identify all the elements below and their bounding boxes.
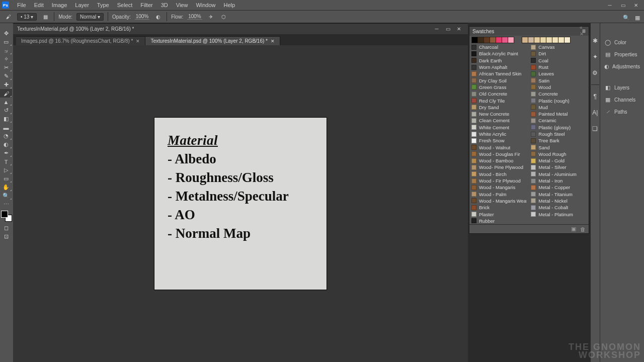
swatch-item[interactable]: Fresh Snow <box>469 137 529 144</box>
tab-close-icon[interactable]: ✕ <box>136 39 140 44</box>
panel-collapse-icon[interactable]: « <box>580 25 587 30</box>
properties-panel-tab[interactable]: ▤Properties <box>600 48 644 60</box>
brush-size-dropdown[interactable]: • 13 ▾ <box>17 13 37 21</box>
doc-minimize-button[interactable]: ─ <box>432 25 442 33</box>
fg-bg-color[interactable] <box>1 211 12 222</box>
airbrush-icon[interactable]: ✈ <box>206 12 215 21</box>
doc-close-button[interactable]: ✕ <box>454 25 464 33</box>
gradient-tool[interactable]: ▬ <box>0 123 12 132</box>
doc-restore-button[interactable]: ▭ <box>443 25 453 33</box>
swatch-item[interactable]: Metal - Gold <box>529 157 588 164</box>
swatch-item[interactable]: Sand <box>529 144 588 150</box>
swatch-item[interactable]: New Concrete <box>469 111 529 117</box>
layers-panel-tab[interactable]: ◧Layers <box>600 81 644 94</box>
swatch-item[interactable]: White Acrylic <box>469 131 529 137</box>
menu-view[interactable]: View <box>172 1 192 10</box>
move-tool[interactable]: ✥ <box>0 29 12 38</box>
swatch-item[interactable]: Red Cly Tile <box>469 97 529 104</box>
swatch-item[interactable]: Wood- Pine Plywood <box>469 164 529 170</box>
swatch-item[interactable]: Plaster <box>469 211 529 217</box>
swatch-item[interactable] <box>529 218 588 224</box>
swatch-item[interactable]: Rust <box>529 64 588 70</box>
swatch-item[interactable]: Metal - Iron <box>529 177 588 184</box>
menu-help[interactable]: Help <box>220 1 239 10</box>
quick-select-tool[interactable]: ✧ <box>0 55 12 63</box>
swatch-item[interactable]: Wood Rough <box>529 151 588 157</box>
shape-tool[interactable]: ▭ <box>0 174 12 183</box>
pressure-opacity-icon[interactable]: ◐ <box>153 12 163 21</box>
glyphs-strip-icon[interactable]: ❏ <box>591 124 600 133</box>
menu-window[interactable]: Window <box>192 1 219 10</box>
swatch-item[interactable]: Worn Asphalt <box>469 64 529 70</box>
eraser-tool[interactable]: ◧ <box>0 115 12 123</box>
swatch-item[interactable]: Metal - Cobalt <box>529 204 588 211</box>
pressure-size-icon[interactable]: ⬡ <box>219 12 228 21</box>
swatch-chip[interactable] <box>564 37 571 43</box>
path-select-tool[interactable]: ▷ <box>0 166 12 174</box>
swatch-item[interactable]: Clean Cement <box>469 117 529 124</box>
swatch-item[interactable]: African Tanned Skin <box>469 70 529 77</box>
swatch-item[interactable]: Metal - Silver <box>529 164 588 170</box>
screen-mode-icon[interactable]: ⊡ <box>0 232 12 241</box>
swatch-item[interactable]: Wood - Fir Plywood <box>469 177 529 184</box>
flow-value[interactable]: 100% <box>187 14 202 20</box>
swatch-item[interactable]: Wood - Walnut <box>469 144 529 150</box>
swatch-item[interactable]: Metal - Copper <box>529 184 588 191</box>
pen-tool[interactable]: ✒ <box>0 149 12 157</box>
swatch-item[interactable]: Rough Steel <box>529 131 588 137</box>
swatch-item[interactable]: Satin <box>529 77 588 83</box>
swatch-item[interactable]: Wood - Palm <box>469 191 529 198</box>
document-canvas[interactable]: Material - Albedo- Roughness/Gloss- Meta… <box>154 118 327 290</box>
swatch-item[interactable]: Wood - Mangaris Weathered <box>469 198 529 204</box>
swatch-item[interactable]: Wood - Mangaris <box>469 184 529 191</box>
swatch-item[interactable]: Old Concrete <box>469 90 529 97</box>
dodge-tool[interactable]: ◐ <box>0 140 12 149</box>
channels-panel-tab[interactable]: ▦Channels <box>600 94 644 106</box>
swatch-item[interactable]: Tree Bark <box>529 137 588 144</box>
opacity-value[interactable]: 100% <box>135 14 150 20</box>
swatch-item[interactable]: Rubber <box>469 218 529 224</box>
swatch-item[interactable]: Canvas <box>529 44 588 50</box>
brush-preset-icon[interactable]: 🖌 <box>4 12 13 21</box>
swatch-item[interactable]: Leaves <box>529 70 588 77</box>
adjustments-panel-tab[interactable]: ◐Adjustments <box>600 60 644 72</box>
document-tab[interactable]: TexturesInMaterial.psd @ 100% (Layer 2, … <box>145 36 280 45</box>
delete-swatch-icon[interactable]: 🗑 <box>580 226 586 232</box>
restore-button[interactable]: ▭ <box>617 1 629 9</box>
swatch-item[interactable]: Brick <box>469 204 529 211</box>
swatch-item[interactable]: Metal - Nickel <box>529 198 588 204</box>
swatch-item[interactable]: Black Acrylic Paint <box>469 50 529 57</box>
menu-filter[interactable]: Filter <box>136 1 156 10</box>
swatch-item[interactable]: Mud <box>529 104 588 111</box>
swatch-item[interactable]: Wood - Birch <box>469 171 529 177</box>
swatch-item[interactable]: Concrete <box>529 90 588 97</box>
swatch-item[interactable]: Ceramic <box>529 117 588 124</box>
swatch-item[interactable]: Wood <box>529 84 588 90</box>
clone-stamp-tool[interactable]: ▲ <box>0 98 12 106</box>
swatch-item[interactable]: Dirt <box>529 50 588 57</box>
blur-tool[interactable]: ◔ <box>0 132 12 140</box>
swatch-item[interactable]: Painted Metal <box>529 111 588 117</box>
panel-close-icon[interactable]: ✕ <box>580 31 587 37</box>
swatch-item[interactable]: Coal <box>529 57 588 64</box>
zoom-tool[interactable]: 🔍 <box>0 192 12 200</box>
blend-mode-dropdown[interactable]: Normal ▾ <box>76 13 104 21</box>
swatch-item[interactable]: Dry Sand <box>469 104 529 111</box>
paragraph-strip-icon[interactable]: ¶ <box>591 92 600 101</box>
document-tab[interactable]: Images.psd @ 16.7% (RoughnessChart, RGB/… <box>16 36 145 45</box>
swatch-item[interactable]: Dry Clay Soil <box>469 77 529 83</box>
swatch-item[interactable]: Metal - Aluminium <box>529 171 588 177</box>
minimize-button[interactable]: ─ <box>604 1 616 9</box>
eyedropper-tool[interactable]: ✎ <box>0 72 12 80</box>
swatch-item[interactable]: Wood - Douglas Fir <box>469 151 529 157</box>
clone-source-strip-icon[interactable]: ✦ <box>591 52 600 61</box>
menu-edit[interactable]: Edit <box>30 1 48 10</box>
swatch-item[interactable]: Charcoal <box>469 44 529 50</box>
swatch-item[interactable]: Wood - Bamboo <box>469 157 529 164</box>
lasso-tool[interactable]: ⟉ <box>0 46 12 55</box>
swatch-item[interactable]: Plastic (rough) <box>529 97 588 104</box>
edit-toolbar[interactable]: ⋯ <box>0 200 12 209</box>
menu-select[interactable]: Select <box>113 1 137 10</box>
canvas-area[interactable]: Material - Albedo- Roughness/Gloss- Meta… <box>13 45 468 362</box>
marquee-tool[interactable]: ▭ <box>0 38 12 46</box>
